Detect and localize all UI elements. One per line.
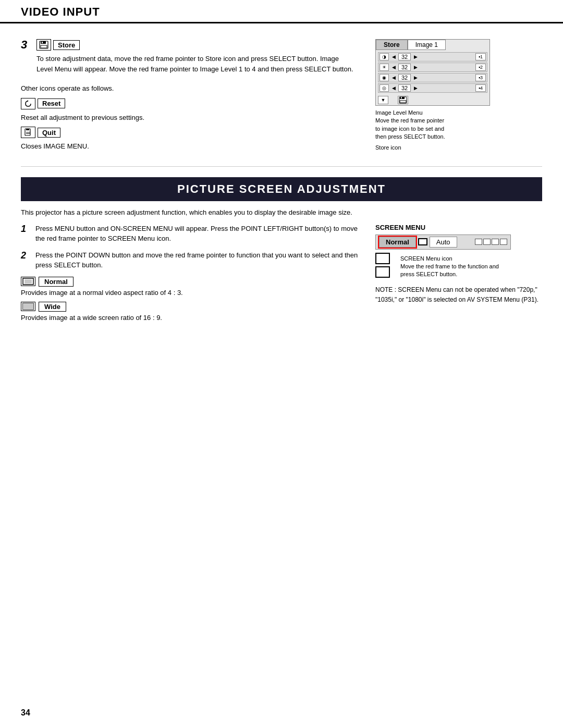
svg-marker-4 <box>27 100 28 102</box>
note-text: NOTE : SCREEN Menu can not be operated w… <box>375 285 542 305</box>
menu-row-4: ◎ ◀ 32 ▶ ▪4 <box>378 83 487 93</box>
store-icon <box>36 39 51 51</box>
menu-row2-icon: ☀ <box>380 64 389 71</box>
menu-annotation: Image Level Menu Move the red frame poin… <box>375 109 542 141</box>
store-left: 3 Store <box>21 39 354 156</box>
menu-image-label: Image 1 <box>408 40 446 50</box>
store-description: To store adjustment data, move the red f… <box>36 54 354 74</box>
page-number: 34 <box>21 708 30 718</box>
arrow-right-3: ▶ <box>413 75 418 80</box>
normal-label: Normal <box>39 277 74 287</box>
screen-menu-icon-label: SCREEN Menu icon <box>400 255 499 263</box>
psa-step-2: 2 Press the POINT DOWN button and move t… <box>21 250 360 270</box>
wide-description: Provides image at a wide screen ratio of… <box>21 314 360 322</box>
menu-image-icon-4: ▪4 <box>475 84 486 92</box>
menu-image-icon-1: ▪1 <box>475 53 486 60</box>
svg-rect-16 <box>23 303 33 310</box>
svg-rect-1 <box>41 41 46 44</box>
page-title: VIDEO INPUT <box>21 5 100 18</box>
reset-icon <box>21 98 35 109</box>
menu-row-1: ◑ ◀ 32 ▶ ▪1 <box>378 52 487 61</box>
annotation-line3: to image icon to be set and <box>375 126 444 132</box>
menu-bottom-icon-down: ▼ <box>378 96 388 104</box>
step-3-number: 3 <box>21 39 31 51</box>
menu-ui-header: Store Image 1 <box>376 40 489 50</box>
menu-row2-val: 32 <box>398 64 411 71</box>
svg-rect-11 <box>400 101 406 103</box>
wide-svg <box>22 303 34 310</box>
menu-row-3: ◉ ◀ 32 ▶ ▪3 <box>378 73 487 82</box>
menu-row1-arrows: ◀ <box>391 54 396 59</box>
content-area: 3 Store <box>0 23 563 348</box>
screen-menu-sm-icon-2 <box>483 239 491 245</box>
screen-menu-sm-icon-1 <box>475 239 482 245</box>
menu-row-2: ☀ ◀ 32 ▶ ▪2 <box>378 63 487 72</box>
screen-menu-auto: Auto <box>430 237 457 248</box>
psa-intro: This projector has a picture screen adju… <box>21 208 542 216</box>
arrow-right-2: ▶ <box>413 65 418 70</box>
psa-right: SCREEN MENU Normal Auto <box>375 224 542 327</box>
psa-title: PICTURE SCREEN ADJUSTMENT <box>21 177 542 201</box>
annotation-line1: Image Level Menu <box>375 109 423 116</box>
quit-icon-label-box: Quit <box>21 127 354 138</box>
menu-bottom-icon-store <box>398 96 408 104</box>
reset-icon-label-box: Reset <box>21 98 354 109</box>
menu-row4-icon: ◎ <box>380 84 389 92</box>
section-divider <box>21 166 542 167</box>
psa-step2-text: Press the POINT DOWN button and move the… <box>35 250 360 270</box>
menu-row3-arrows-r: ▶ <box>413 75 418 80</box>
screen-menu-annotations: SCREEN Menu icon Move the red frame to t… <box>400 255 499 279</box>
svg-rect-2 <box>41 45 47 48</box>
menu-bottom-icons: ▼ <box>376 95 489 105</box>
quit-label: Quit <box>38 128 60 138</box>
menu-row4-val: 32 <box>398 84 411 92</box>
menu-row3-val: 32 <box>398 74 411 81</box>
menu-store-btn: Store <box>376 40 408 50</box>
store-icon-label-group: Store To store adjustment data, move the… <box>36 39 354 78</box>
menu-row1-arrows-r: ▶ <box>413 54 418 59</box>
svg-rect-6 <box>26 129 29 130</box>
svg-rect-3 <box>42 42 43 43</box>
screen-menu-sub-icon-1 <box>375 253 390 264</box>
quit-icon <box>21 127 35 138</box>
arrow-right-1: ▶ <box>413 54 418 59</box>
arrow-right-4: ▶ <box>413 85 418 91</box>
normal-description: Provides image at a normal video aspect … <box>21 289 360 297</box>
menu-image-icon-2: ▪2 <box>475 64 486 71</box>
psa-step2-number: 2 <box>21 250 30 261</box>
reset-svg-icon <box>23 100 33 108</box>
store-icon-annotation: Store icon <box>375 144 542 151</box>
psa-step1-number: 1 <box>21 224 30 235</box>
menu-row4-arrows: ◀ <box>391 85 396 91</box>
arrow-left-4: ◀ <box>391 85 396 91</box>
psa-section: PICTURE SCREEN ADJUSTMENT This projector… <box>21 177 542 327</box>
store-label: Store <box>53 40 80 50</box>
screen-menu-sm-icon-4 <box>500 239 507 245</box>
arrow-left-3: ◀ <box>391 75 396 80</box>
other-icons-intro: Other icons operate as follows. <box>21 83 354 94</box>
wide-label: Wide <box>39 302 66 312</box>
store-svg-icon <box>39 41 48 49</box>
screen-menu-sm-icon-3 <box>492 239 499 245</box>
svg-rect-10 <box>400 97 405 99</box>
image-level-menu-ui: Store Image 1 ◑ ◀ 32 ▶ ▪1 <box>375 39 490 106</box>
store-icon-label-box: Store <box>36 39 354 51</box>
menu-row2-arrows: ◀ <box>391 65 396 70</box>
section-store: 3 Store <box>21 39 542 156</box>
menu-image-icon-3: ▪3 <box>475 74 486 81</box>
quit-description: Closes IMAGE MENU. <box>21 141 354 152</box>
reset-description: Reset all adjustment to previous setting… <box>21 113 354 123</box>
note-box: NOTE : SCREEN Menu can not be operated w… <box>375 285 542 305</box>
psa-body: 1 Press MENU button and ON-SCREEN MENU w… <box>21 224 542 327</box>
annotation-line4: then press SELECT button. <box>375 133 445 140</box>
arrow-left-1: ◀ <box>391 54 396 59</box>
screen-menu-icon-sq <box>418 238 427 245</box>
screen-menu-ui: Normal Auto <box>375 235 511 250</box>
menu-row4-arrows-r: ▶ <box>413 85 418 91</box>
quit-svg-icon <box>23 128 33 137</box>
reset-label: Reset <box>38 98 65 108</box>
menu-rows: ◑ ◀ 32 ▶ ▪1 ☀ ◀ <box>376 50 489 95</box>
screen-menu-sub-icons <box>375 253 390 280</box>
menu-row3-arrows: ◀ <box>391 75 396 80</box>
psa-step1-text: Press MENU button and ON-SCREEN MENU wil… <box>35 224 360 244</box>
